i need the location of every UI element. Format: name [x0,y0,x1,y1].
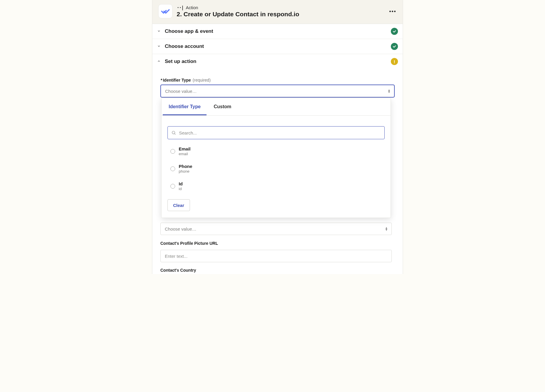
chevron-up-icon [157,59,161,64]
tab-custom[interactable]: Custom [208,98,237,115]
section-title: Choose app & event [165,28,387,34]
country-label: Contact's Country [160,268,392,273]
search-icon [171,130,176,135]
chevron-down-icon [157,29,161,34]
section-title: Choose account [165,43,387,49]
select-arrows-icon: ▴▾ [388,89,390,93]
select-arrows-icon: ▴▾ [386,227,387,231]
status-complete-icon [391,28,398,35]
option-phone[interactable]: Phone phone [167,161,385,176]
dropdown-tabs: Identifier Type Custom [162,98,391,116]
svg-point-0 [172,131,175,134]
card-header: ··| Action 2. Create or Update Contact i… [152,0,403,24]
section-setup-action[interactable]: Set up action ! [152,54,403,69]
more-options-button[interactable] [388,7,397,16]
section-title: Set up action [165,59,387,64]
chevron-down-icon [157,44,161,49]
option-email[interactable]: Email email [167,144,385,158]
status-warning-icon: ! [391,58,398,65]
svg-line-1 [175,134,175,135]
identifier-type-label: *Identifier Type (required) [161,78,394,82]
app-logo-icon [158,4,172,18]
clear-button[interactable]: Clear [167,199,190,211]
identifier-type-select[interactable]: Choose value… ▴▾ [161,85,394,97]
header-text-block: ··| Action 2. Create or Update Contact i… [177,5,384,18]
action-step-icon: ··| [177,5,183,10]
option-id[interactable]: Id id [167,179,385,193]
dropdown-search[interactable] [167,126,385,139]
dropdown-search-input[interactable] [179,130,381,135]
profile-pic-url-label: Contact's Profile Picture URL [160,241,392,246]
card-title: 2. Create or Update Contact in respond.i… [177,11,384,18]
section-choose-app[interactable]: Choose app & event [152,24,403,39]
action-label: Action [186,5,198,10]
unlabeled-select[interactable]: Choose value… ▴▾ [160,223,392,235]
radio-icon [170,149,175,154]
section-choose-account[interactable]: Choose account [152,39,403,54]
status-complete-icon [391,43,398,50]
tab-identifier-type[interactable]: Identifier Type [163,98,207,115]
dropdown-option-list: Email email Phone phone Id id [167,144,385,193]
radio-icon [170,166,175,171]
radio-icon [170,184,175,189]
identifier-type-dropdown: Identifier Type Custom Email email [161,98,391,218]
profile-pic-url-input[interactable] [160,250,392,262]
